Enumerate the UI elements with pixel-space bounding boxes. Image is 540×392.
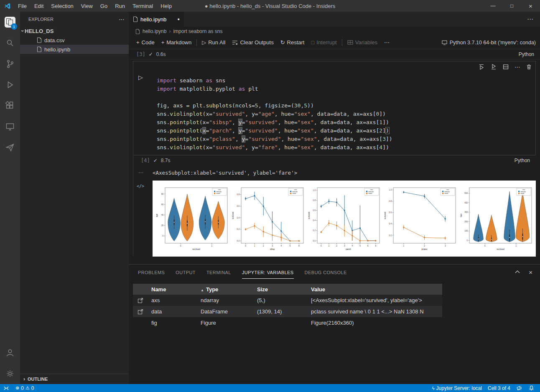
kernel-picker[interactable]: Python 3.7.10 64-bit ('myenv': conda) — [442, 40, 540, 46]
tab-hello-ipynb[interactable]: hello.ipynb ● — [129, 12, 184, 27]
code-line[interactable]: sns.pointplot(x="pclass", y="survived", … — [157, 135, 392, 143]
execute-above-icon[interactable] — [478, 64, 485, 70]
variable-size: (1309, 14) — [254, 308, 308, 315]
menu-run[interactable]: Run — [111, 3, 129, 9]
column-value[interactable]: Value — [308, 286, 442, 293]
tab-terminal[interactable]: TERMINAL — [206, 266, 231, 279]
variable-name: data — [148, 308, 197, 315]
run-cell-button[interactable]: ▷ — [138, 74, 143, 81]
svg-text:1: 1 — [329, 245, 330, 247]
jupyter-send-icon[interactable] — [0, 137, 20, 158]
explorer-icon[interactable]: 1 — [0, 12, 20, 33]
cell-language[interactable]: Python — [519, 51, 540, 57]
folder-hello-ds[interactable]: › HELLO_DS — [20, 26, 129, 36]
cell-language[interactable]: Python — [515, 158, 536, 163]
variable-row-axs[interactable]: axsndarray(5,)[<AxesSubplot:xlabel='surv… — [133, 295, 442, 306]
code-line[interactable]: sns.violinplot(x="survived", y="age", hu… — [157, 110, 392, 118]
variable-row-data[interactable]: dataDataFrame(1309, 14)pclass survived n… — [133, 306, 442, 317]
explorer-more-icon[interactable]: ⋯ — [119, 16, 125, 23]
code-lines[interactable]: import seaborn as snsimport matplotlib.p… — [157, 76, 392, 152]
remote-indicator[interactable] — [0, 384, 13, 392]
restart-button[interactable]: ↻ Restart — [277, 39, 308, 46]
problems-status[interactable]: ⊗ 0 ⚠ 0 — [13, 384, 37, 392]
previous-cell-status: [3] ✓ 0.6s Python — [129, 49, 540, 59]
execute-below-icon[interactable] — [490, 64, 497, 70]
tab-jupyter-variables[interactable]: JUPYTER: VARIABLES — [242, 266, 294, 279]
minimize-button[interactable]: — — [484, 0, 502, 12]
settings-gear-icon[interactable] — [0, 363, 20, 384]
vscode-logo-icon — [0, 3, 14, 10]
code-cell[interactable]: ⋯ ▷ import seaborn as snsimport matplotl… — [133, 61, 536, 155]
interrupt-button[interactable]: □ Interrupt — [308, 39, 340, 46]
menu-file[interactable]: File — [14, 3, 31, 9]
modified-dot-icon[interactable]: ● — [178, 17, 180, 21]
close-button[interactable]: × — [521, 0, 540, 12]
code-line[interactable]: sns.violinplot(x="survived", y="fare", h… — [157, 143, 392, 152]
breadcrumb-file[interactable]: hello.ipynb — [143, 28, 166, 34]
code-line[interactable]: fig, axs = plt.subplots(ncols=5, figsize… — [157, 102, 392, 110]
column-name[interactable]: Name — [148, 286, 197, 293]
menu-selection[interactable]: Selection — [47, 3, 77, 9]
outline-section[interactable]: › OUTLINE — [20, 374, 129, 384]
code-line[interactable]: import matplotlib.pyplot as plt — [157, 85, 392, 93]
column-size[interactable]: Size — [254, 286, 308, 293]
menu-terminal[interactable]: Terminal — [129, 3, 157, 9]
svg-text:200: 200 — [465, 221, 468, 223]
variables-button[interactable]: Variables — [344, 39, 381, 46]
svg-text:5: 5 — [359, 245, 361, 247]
variable-name: axs — [148, 297, 197, 303]
code-line[interactable]: sns.pointplot(x="sibsp", y="survived", h… — [157, 118, 392, 127]
delete-cell-icon[interactable] — [526, 64, 532, 70]
cell-position-status[interactable]: Cell 3 of 4 — [485, 384, 513, 392]
feedback-megaphone-icon[interactable] — [513, 384, 525, 392]
code-line[interactable]: sns.pointplot(x="parch", y="survived", h… — [157, 127, 392, 135]
add-markdown-cell-button[interactable]: + Markdown — [158, 39, 195, 46]
tab-debug-console[interactable]: DEBUG CONSOLE — [305, 266, 347, 279]
svg-text:1.0: 1.0 — [389, 189, 392, 191]
svg-text:survived: survived — [192, 248, 200, 250]
file-data-csv[interactable]: data.csv — [20, 36, 129, 45]
menu-help[interactable]: Help — [157, 3, 176, 9]
column-type[interactable]: ▲Type — [197, 286, 254, 293]
svg-text:male: male — [521, 192, 525, 194]
file-hello-ipynb[interactable]: hello.ipynb — [20, 45, 129, 54]
sidebar-title: EXPLORER — [28, 17, 53, 22]
remote-explorer-icon[interactable] — [0, 116, 20, 137]
open-variable-icon[interactable] — [138, 309, 143, 315]
maximize-panel-icon[interactable] — [515, 269, 520, 275]
svg-text:0.6: 0.6 — [389, 211, 392, 214]
open-variable-icon[interactable] — [138, 298, 143, 303]
notifications-bell-icon[interactable] — [525, 384, 537, 392]
change-presentation-icon[interactable]: </> — [133, 184, 153, 188]
clear-outputs-button[interactable]: Clear Outputs — [229, 39, 277, 46]
search-icon[interactable] — [0, 33, 20, 53]
toolbar-more-icon[interactable]: ⋯ — [381, 39, 393, 46]
jupyter-server-status[interactable]: ϟ Jupyter Server: local — [429, 384, 485, 392]
tab-problems[interactable]: PROBLEMS — [138, 266, 165, 279]
close-panel-icon[interactable]: × — [529, 269, 532, 276]
run-debug-icon[interactable] — [0, 74, 20, 95]
output-more-icon[interactable]: ⋯ — [133, 170, 153, 176]
menu-edit[interactable]: Edit — [31, 3, 47, 9]
split-cell-icon[interactable] — [502, 64, 509, 70]
editor-actions-more-icon[interactable]: ⋯ — [527, 12, 540, 27]
menu-view[interactable]: View — [77, 3, 97, 9]
extensions-icon[interactable] — [0, 95, 20, 116]
variable-row-fig[interactable]: figFigureFigure(2160x360) — [133, 317, 442, 328]
code-line[interactable]: import seaborn as sns — [157, 76, 392, 85]
cell-more-icon[interactable]: ⋯ — [515, 64, 520, 70]
tab-output[interactable]: OUTPUT — [176, 266, 196, 279]
notebook-file-icon — [133, 16, 138, 22]
svg-text:sibsp: sibsp — [270, 248, 275, 250]
account-icon[interactable] — [0, 342, 20, 363]
plus-icon: + — [136, 39, 140, 46]
svg-text:parch: parch — [346, 248, 351, 250]
maximize-button[interactable]: □ — [502, 0, 521, 12]
breadcrumb-symbol[interactable]: import seaborn as sns — [173, 28, 222, 34]
add-code-cell-button[interactable]: + Code — [133, 39, 158, 46]
code-line[interactable] — [157, 93, 392, 102]
menu-go[interactable]: Go — [97, 3, 111, 9]
run-all-button[interactable]: ▷ Run All — [199, 39, 229, 46]
source-control-icon[interactable] — [0, 53, 20, 74]
notebook-file-icon — [37, 46, 42, 52]
